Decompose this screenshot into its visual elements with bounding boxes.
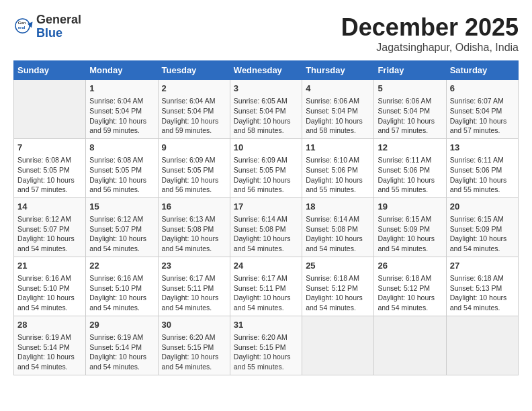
logo-blue: Blue (36, 27, 81, 40)
calendar-week: 1Sunrise: 6:04 AMSunset: 5:04 PMDaylight… (14, 80, 519, 139)
day-number: 17 (234, 201, 298, 213)
day-number: 21 (17, 260, 82, 272)
calendar-cell: 6Sunrise: 6:07 AMSunset: 5:04 PMDaylight… (446, 80, 518, 139)
day-info: Sunrise: 6:19 AMSunset: 5:14 PMDaylight:… (89, 333, 146, 371)
day-info: Sunrise: 6:08 AMSunset: 5:05 PMDaylight:… (17, 156, 75, 193)
day-number: 12 (378, 142, 442, 154)
day-number: 14 (17, 201, 82, 213)
calendar-week: 28Sunrise: 6:19 AMSunset: 5:14 PMDayligh… (14, 316, 519, 375)
day-info: Sunrise: 6:12 AMSunset: 5:07 PMDaylight:… (89, 215, 146, 253)
calendar-cell: 5Sunrise: 6:06 AMSunset: 5:04 PMDaylight… (374, 80, 446, 139)
svg-text:Gen: Gen (18, 20, 26, 24)
weekday-header: Wednesday (230, 61, 302, 80)
calendar-cell: 13Sunrise: 6:11 AMSunset: 5:06 PMDayligh… (446, 138, 518, 197)
calendar-cell (374, 316, 446, 375)
day-number: 10 (234, 142, 298, 154)
calendar-cell: 31Sunrise: 6:20 AMSunset: 5:15 PMDayligh… (230, 316, 302, 375)
day-number: 2 (162, 83, 226, 95)
calendar-cell: 27Sunrise: 6:18 AMSunset: 5:13 PMDayligh… (446, 257, 518, 316)
calendar-table: SundayMondayTuesdayWednesdayThursdayFrid… (13, 60, 519, 375)
calendar-cell: 17Sunrise: 6:14 AMSunset: 5:08 PMDayligh… (230, 197, 302, 257)
month-title: December 2025 (341, 13, 519, 42)
day-info: Sunrise: 6:17 AMSunset: 5:11 PMDaylight:… (234, 274, 291, 312)
calendar-cell: 18Sunrise: 6:14 AMSunset: 5:08 PMDayligh… (302, 197, 374, 257)
logo-icon: Gen eral (13, 17, 34, 37)
day-number: 19 (378, 201, 442, 213)
day-number: 7 (17, 142, 82, 154)
day-number: 25 (306, 260, 370, 272)
calendar-cell: 15Sunrise: 6:12 AMSunset: 5:07 PMDayligh… (86, 197, 158, 257)
calendar-cell: 14Sunrise: 6:12 AMSunset: 5:07 PMDayligh… (14, 197, 86, 257)
day-info: Sunrise: 6:15 AMSunset: 5:09 PMDaylight:… (450, 215, 507, 253)
calendar-cell (14, 80, 86, 139)
day-number: 18 (306, 201, 370, 213)
day-info: Sunrise: 6:10 AMSunset: 5:06 PMDaylight:… (306, 156, 363, 193)
calendar-cell: 12Sunrise: 6:11 AMSunset: 5:06 PMDayligh… (374, 138, 446, 197)
day-info: Sunrise: 6:05 AMSunset: 5:04 PMDaylight:… (234, 97, 291, 134)
day-number: 20 (450, 201, 515, 213)
logo-general: General (36, 13, 81, 27)
logo: Gen eral General Blue (13, 13, 81, 40)
day-info: Sunrise: 6:16 AMSunset: 5:10 PMDaylight:… (17, 274, 75, 312)
day-number: 15 (89, 201, 154, 213)
weekday-header: Thursday (302, 61, 374, 80)
svg-text:eral: eral (18, 26, 26, 30)
day-info: Sunrise: 6:18 AMSunset: 5:13 PMDaylight:… (450, 274, 507, 312)
day-number: 23 (162, 260, 226, 272)
day-info: Sunrise: 6:06 AMSunset: 5:04 PMDaylight:… (306, 97, 363, 134)
weekday-row: SundayMondayTuesdayWednesdayThursdayFrid… (14, 61, 519, 80)
day-info: Sunrise: 6:17 AMSunset: 5:11 PMDaylight:… (162, 274, 219, 312)
calendar-cell: 30Sunrise: 6:20 AMSunset: 5:15 PMDayligh… (158, 316, 230, 375)
calendar-cell: 26Sunrise: 6:18 AMSunset: 5:12 PMDayligh… (374, 257, 446, 316)
day-info: Sunrise: 6:20 AMSunset: 5:15 PMDaylight:… (162, 333, 219, 371)
calendar-cell: 7Sunrise: 6:08 AMSunset: 5:05 PMDaylight… (14, 138, 86, 197)
day-number: 11 (306, 142, 370, 154)
day-info: Sunrise: 6:15 AMSunset: 5:09 PMDaylight:… (378, 215, 435, 253)
calendar-cell: 20Sunrise: 6:15 AMSunset: 5:09 PMDayligh… (446, 197, 518, 257)
calendar-week: 7Sunrise: 6:08 AMSunset: 5:05 PMDaylight… (14, 138, 519, 197)
day-number: 26 (378, 260, 442, 272)
day-number: 5 (378, 83, 442, 95)
title-block: December 2025 Jagatsinghapur, Odisha, In… (341, 13, 519, 54)
day-number: 22 (89, 260, 154, 272)
day-number: 24 (234, 260, 298, 272)
day-number: 16 (162, 201, 226, 213)
calendar-cell: 3Sunrise: 6:05 AMSunset: 5:04 PMDaylight… (230, 80, 302, 139)
day-info: Sunrise: 6:07 AMSunset: 5:04 PMDaylight:… (450, 97, 507, 134)
day-info: Sunrise: 6:11 AMSunset: 5:06 PMDaylight:… (450, 156, 507, 193)
calendar-week: 14Sunrise: 6:12 AMSunset: 5:07 PMDayligh… (14, 197, 519, 257)
day-info: Sunrise: 6:14 AMSunset: 5:08 PMDaylight:… (234, 215, 291, 253)
day-number: 1 (89, 83, 154, 95)
weekday-header: Monday (86, 61, 158, 80)
day-number: 28 (17, 319, 82, 331)
day-info: Sunrise: 6:16 AMSunset: 5:10 PMDaylight:… (89, 274, 146, 312)
location: Jagatsinghapur, Odisha, India (341, 42, 519, 54)
day-number: 30 (162, 319, 226, 331)
weekday-header: Tuesday (158, 61, 230, 80)
calendar-cell: 19Sunrise: 6:15 AMSunset: 5:09 PMDayligh… (374, 197, 446, 257)
day-info: Sunrise: 6:04 AMSunset: 5:04 PMDaylight:… (162, 97, 219, 134)
day-number: 4 (306, 83, 370, 95)
calendar-cell: 8Sunrise: 6:08 AMSunset: 5:05 PMDaylight… (86, 138, 158, 197)
calendar-cell: 25Sunrise: 6:18 AMSunset: 5:12 PMDayligh… (302, 257, 374, 316)
weekday-header: Friday (374, 61, 446, 80)
day-info: Sunrise: 6:18 AMSunset: 5:12 PMDaylight:… (306, 274, 363, 312)
calendar-cell: 21Sunrise: 6:16 AMSunset: 5:10 PMDayligh… (14, 257, 86, 316)
day-number: 9 (162, 142, 226, 154)
calendar-cell: 2Sunrise: 6:04 AMSunset: 5:04 PMDaylight… (158, 80, 230, 139)
calendar-cell: 24Sunrise: 6:17 AMSunset: 5:11 PMDayligh… (230, 257, 302, 316)
day-info: Sunrise: 6:19 AMSunset: 5:14 PMDaylight:… (17, 333, 75, 371)
calendar-cell: 11Sunrise: 6:10 AMSunset: 5:06 PMDayligh… (302, 138, 374, 197)
calendar-week: 21Sunrise: 6:16 AMSunset: 5:10 PMDayligh… (14, 257, 519, 316)
day-number: 3 (234, 83, 298, 95)
calendar-cell: 4Sunrise: 6:06 AMSunset: 5:04 PMDaylight… (302, 80, 374, 139)
day-number: 6 (450, 83, 515, 95)
page-header: Gen eral General Blue December 2025 Jaga… (13, 13, 519, 54)
calendar-cell: 29Sunrise: 6:19 AMSunset: 5:14 PMDayligh… (86, 316, 158, 375)
calendar-cell: 1Sunrise: 6:04 AMSunset: 5:04 PMDaylight… (86, 80, 158, 139)
day-number: 13 (450, 142, 515, 154)
day-info: Sunrise: 6:13 AMSunset: 5:08 PMDaylight:… (162, 215, 219, 253)
calendar-cell: 9Sunrise: 6:09 AMSunset: 5:05 PMDaylight… (158, 138, 230, 197)
weekday-header: Sunday (14, 61, 86, 80)
day-number: 29 (89, 319, 154, 331)
